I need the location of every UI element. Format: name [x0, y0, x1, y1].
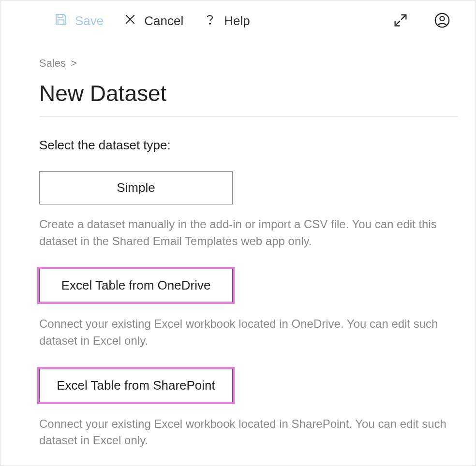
option-simple: Simple Create a dataset manually in the … [39, 171, 458, 249]
expand-button[interactable] [389, 9, 412, 33]
simple-description: Create a dataset manually in the add-in … [39, 216, 458, 249]
account-button[interactable] [431, 9, 453, 33]
cancel-button-label: Cancel [144, 14, 183, 29]
excel-sharepoint-button[interactable]: Excel Table from SharePoint [39, 369, 233, 402]
help-button[interactable]: Help [198, 9, 254, 33]
option-sharepoint-wrap: Excel Table from SharePoint [39, 369, 233, 402]
svg-line-5 [395, 21, 400, 26]
sharepoint-description: Connect your existing Excel workbook loc… [39, 416, 458, 449]
user-icon [434, 23, 450, 30]
option-onedrive-wrap: Excel Table from OneDrive [39, 269, 233, 302]
svg-line-4 [401, 15, 406, 20]
content-area: Sales > New Dataset Select the dataset t… [0, 38, 476, 449]
close-icon [123, 12, 137, 30]
cancel-button[interactable]: Cancel [118, 9, 188, 33]
help-button-label: Help [224, 14, 250, 29]
onedrive-description: Connect your existing Excel workbook loc… [39, 316, 458, 349]
option-onedrive: Excel Table from OneDrive Connect your e… [39, 269, 458, 349]
svg-point-7 [440, 16, 444, 21]
svg-point-3 [209, 23, 210, 24]
toolbar-left: Save Cancel Help [49, 9, 385, 33]
app-frame: Save Cancel Help [0, 0, 476, 466]
save-icon [54, 12, 68, 30]
option-simple-wrap: Simple [39, 171, 233, 204]
svg-rect-0 [58, 20, 64, 24]
chevron-right-icon: > [71, 57, 77, 69]
page-title: New Dataset [39, 80, 458, 116]
help-icon [203, 12, 217, 30]
dataset-type-prompt: Select the dataset type: [39, 138, 458, 153]
simple-button[interactable]: Simple [39, 171, 233, 204]
save-button-label: Save [75, 14, 104, 29]
breadcrumb-item[interactable]: Sales [39, 57, 66, 69]
expand-icon [392, 23, 409, 30]
save-button: Save [49, 9, 108, 33]
excel-onedrive-button[interactable]: Excel Table from OneDrive [39, 269, 233, 302]
toolbar-right [389, 9, 458, 33]
toolbar: Save Cancel Help [0, 0, 476, 38]
option-sharepoint: Excel Table from SharePoint Connect your… [39, 369, 458, 449]
breadcrumb[interactable]: Sales > [39, 57, 458, 70]
